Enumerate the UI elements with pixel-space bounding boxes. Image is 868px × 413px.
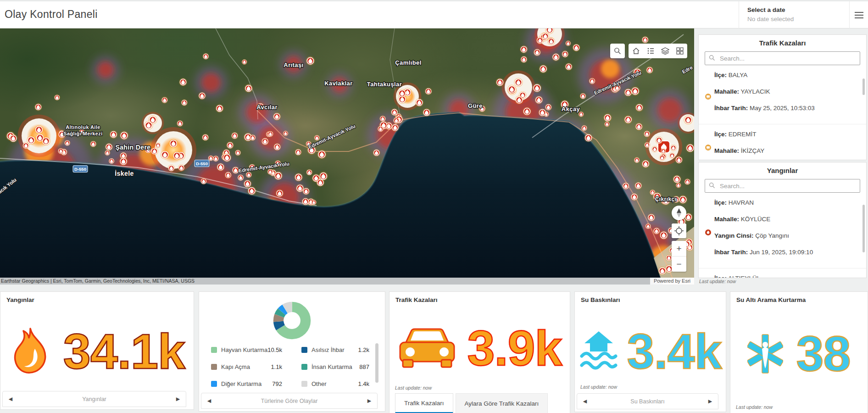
fire-marker[interactable] xyxy=(301,197,310,206)
list-item[interactable]: İlçe: EDREMİTMahalle: İKİZÇAY xyxy=(699,124,866,160)
list-item[interactable]: İlçe: BALYAMahalle: YAYLACIKİhbar Tarih:… xyxy=(699,65,866,124)
fire-marker[interactable] xyxy=(283,130,289,136)
fire-marker[interactable] xyxy=(244,84,253,93)
fire-marker[interactable] xyxy=(200,178,207,184)
fire-marker[interactable] xyxy=(670,145,677,151)
fire-marker[interactable] xyxy=(22,142,29,149)
fire-marker[interactable] xyxy=(398,89,407,98)
fire-marker[interactable] xyxy=(651,146,658,153)
fires-scrollbar[interactable] xyxy=(862,205,865,252)
fire-marker[interactable] xyxy=(630,86,640,95)
fire-marker[interactable] xyxy=(541,32,550,40)
fire-marker[interactable] xyxy=(581,125,588,131)
fire-marker[interactable] xyxy=(539,65,548,73)
fire-marker[interactable] xyxy=(249,134,256,141)
fire-marker[interactable] xyxy=(514,78,523,87)
fire-marker[interactable] xyxy=(172,151,182,160)
fire-marker[interactable] xyxy=(495,78,504,87)
pager-prev-icon[interactable]: ◀ xyxy=(3,396,18,402)
fire-marker[interactable] xyxy=(415,98,424,107)
fire-marker[interactable] xyxy=(391,123,399,132)
incidents-donut-chart[interactable] xyxy=(270,298,314,343)
fire-marker[interactable] xyxy=(169,139,178,148)
fire-marker[interactable] xyxy=(224,171,232,179)
fire-marker[interactable] xyxy=(641,36,649,44)
fire-marker[interactable] xyxy=(90,140,97,147)
fire-marker[interactable] xyxy=(644,142,651,148)
legend-scrollbar[interactable] xyxy=(375,343,378,383)
fire-marker[interactable] xyxy=(572,44,580,52)
fire-marker[interactable] xyxy=(261,137,269,145)
legend-row[interactable]: Asılsız İhbar1.2k xyxy=(296,341,369,358)
fire-marker[interactable] xyxy=(515,95,523,104)
fire-marker[interactable] xyxy=(645,223,651,229)
fire-marker[interactable] xyxy=(215,104,224,113)
fire-marker[interactable] xyxy=(630,193,639,201)
fire-marker[interactable] xyxy=(179,78,187,86)
incident-map[interactable]: D-550D-550Edremit-Ayvacık YoluEdremit-Ay… xyxy=(0,28,694,285)
fire-marker[interactable] xyxy=(273,143,281,151)
fires-search-input[interactable] xyxy=(719,179,854,192)
fire-marker[interactable] xyxy=(222,153,232,162)
fire-marker[interactable] xyxy=(655,136,663,144)
fire-marker[interactable] xyxy=(317,150,327,159)
legend-row[interactable]: Other1.4k xyxy=(296,375,369,392)
fire-marker[interactable] xyxy=(659,155,665,161)
fire-marker[interactable] xyxy=(212,155,219,162)
fire-marker[interactable] xyxy=(273,171,283,180)
fire-marker[interactable] xyxy=(584,134,593,142)
fire-marker[interactable] xyxy=(562,50,569,58)
accidents-scrollbar[interactable] xyxy=(862,78,865,95)
fire-marker[interactable] xyxy=(319,172,328,181)
fire-marker[interactable] xyxy=(624,115,633,124)
fire-marker[interactable] xyxy=(247,186,256,195)
fire-marker[interactable] xyxy=(237,174,244,181)
compass-icon[interactable] xyxy=(672,206,686,220)
fire-marker[interactable] xyxy=(684,115,693,124)
fire-marker[interactable] xyxy=(178,164,185,172)
fire-marker[interactable] xyxy=(635,103,643,112)
fire-marker[interactable] xyxy=(373,149,380,156)
fire-marker[interactable] xyxy=(507,84,517,94)
zoom-out-button[interactable]: − xyxy=(672,256,686,272)
fire-marker[interactable] xyxy=(641,160,650,168)
list-item[interactable]: İlçe: ALTIEYLÜL xyxy=(699,268,866,278)
fire-marker[interactable] xyxy=(273,112,281,121)
fire-marker[interactable] xyxy=(231,132,238,139)
pager-prev-icon[interactable]: ◀ xyxy=(201,398,217,404)
fire-marker[interactable] xyxy=(565,63,573,71)
fire-marker[interactable] xyxy=(589,78,595,84)
fire-marker[interactable] xyxy=(245,172,252,178)
fire-marker[interactable] xyxy=(533,48,541,56)
fire-marker[interactable] xyxy=(635,123,643,130)
fire-marker[interactable] xyxy=(35,133,45,142)
basemap-icon[interactable] xyxy=(673,44,687,58)
fire-marker[interactable] xyxy=(659,231,668,240)
fire-marker[interactable] xyxy=(684,179,691,185)
fire-marker[interactable] xyxy=(9,134,17,143)
fire-marker[interactable] xyxy=(390,108,398,116)
fire-marker[interactable] xyxy=(161,150,170,159)
fire-marker[interactable] xyxy=(241,59,247,65)
tab-aylara-gore-trafik-kazalari[interactable]: Aylara Göre Trafik Kazaları xyxy=(456,393,548,413)
fire-marker[interactable] xyxy=(267,131,273,137)
fire-marker[interactable] xyxy=(294,173,303,182)
fire-marker[interactable] xyxy=(119,157,128,166)
fire-marker[interactable] xyxy=(105,143,113,151)
fire-marker[interactable] xyxy=(275,189,284,197)
fire-marker[interactable] xyxy=(217,163,225,171)
fire-marker[interactable] xyxy=(669,152,675,159)
fire-marker[interactable] xyxy=(675,156,683,164)
fire-marker[interactable] xyxy=(565,40,571,46)
pager-prev-icon[interactable]: ◀ xyxy=(577,398,593,404)
fire-marker[interactable] xyxy=(202,53,209,60)
fire-marker[interactable] xyxy=(545,103,552,111)
fire-marker[interactable] xyxy=(311,200,317,206)
legend-row[interactable]: İnsan Kurtarma887 xyxy=(296,358,369,375)
fire-marker[interactable] xyxy=(393,117,400,124)
fire-marker[interactable] xyxy=(267,168,273,175)
date-selector[interactable]: Select a date No date selected xyxy=(739,1,850,28)
pager-next-icon[interactable]: ▶ xyxy=(362,398,377,404)
fire-marker[interactable] xyxy=(579,93,586,100)
fire-marker[interactable] xyxy=(643,130,650,137)
